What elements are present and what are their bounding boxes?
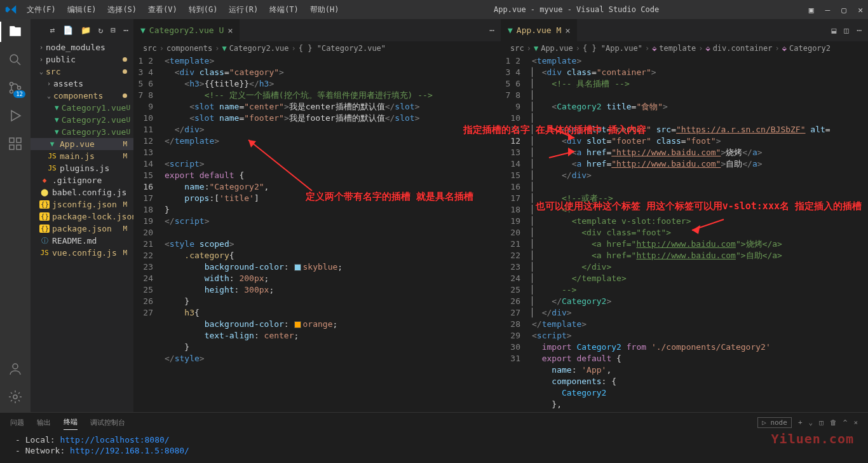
editor-left: ▼ Category2.vue U × ⋯ src› components› ▼…	[133, 19, 501, 412]
settings-icon[interactable]	[8, 389, 23, 404]
tree-file-pkg[interactable]: {}package.jsonM	[31, 223, 133, 235]
svg-rect-7	[17, 138, 21, 142]
panel-tab-problems[interactable]: 问题	[10, 415, 24, 430]
refresh-icon[interactable]: ↻	[98, 25, 104, 35]
editor-group: ▼ Category2.vue U × ⋯ src› components› ▼…	[133, 19, 868, 412]
menu-file[interactable]: 文件(F)	[22, 2, 61, 18]
svg-point-0	[10, 55, 18, 62]
more-icon[interactable]: ⋯	[123, 25, 128, 35]
close-icon[interactable]: ✕	[858, 5, 863, 15]
line-numbers: 1 2 3 4 5 6 7 8 9 10 11 12 13 14 15 16 1…	[501, 55, 532, 412]
line-numbers: 1 2 3 4 5 6 7 8 9 10 11 12 13 14 15 16 1…	[134, 55, 165, 412]
explorer-icon[interactable]	[8, 24, 23, 39]
menu-edit[interactable]: 编辑(E)	[62, 2, 102, 18]
maximize-panel-icon[interactable]: ^	[843, 418, 848, 427]
menu-run[interactable]: 运行(R)	[224, 2, 263, 18]
tree-folder-node-modules[interactable]: ›node_modules	[31, 41, 133, 53]
debug-icon[interactable]	[8, 108, 23, 123]
menu-selection[interactable]: 选择(S)	[102, 2, 142, 18]
tree-file-babel[interactable]: ⬤babel.config.js	[31, 186, 133, 198]
terminal-profile[interactable]: ▷ node	[757, 417, 792, 428]
svg-rect-5	[10, 145, 14, 149]
menu-go[interactable]: 转到(G)	[184, 2, 223, 18]
window-controls: ▣ — ▢ ✕	[809, 5, 863, 15]
code-content[interactable]: <template> <div class="category"> <h3>{{…	[165, 55, 501, 412]
tree-file-gitignore[interactable]: ◆.gitignore	[31, 174, 133, 186]
layout-icon[interactable]: ▣	[809, 5, 814, 15]
tree-folder-public[interactable]: ›public	[31, 53, 133, 66]
new-folder-icon[interactable]: 📁	[81, 25, 91, 35]
menu-help[interactable]: 帮助(H)	[305, 2, 344, 18]
menu-terminal[interactable]: 终端(T)	[264, 2, 304, 18]
source-control-icon[interactable]: 12	[8, 80, 23, 95]
close-icon[interactable]: ×	[565, 25, 570, 36]
close-panel-icon[interactable]: ×	[853, 418, 858, 427]
tree-file-main[interactable]: JSmain.jsM	[31, 150, 133, 162]
trash-icon[interactable]: 🗑	[830, 418, 837, 427]
svg-rect-6	[17, 145, 21, 149]
editor-right: ▼ App.vue M × ⬓ ◫ ⋯ src› ▼App.vue› { } "…	[501, 19, 868, 412]
tree-folder-assets[interactable]: ›assets	[31, 78, 133, 90]
panel-tab-output[interactable]: 输出	[37, 415, 51, 430]
tree-file-pkglock[interactable]: {}package-lock.jsonM	[31, 211, 133, 223]
new-terminal-icon[interactable]: +	[798, 418, 803, 427]
explorer-toolbar: ⇄ 📄 📁 ↻ ⊟ ⋯	[31, 19, 133, 41]
svg-point-2	[10, 90, 13, 93]
account-icon[interactable]	[8, 361, 23, 377]
split-icon[interactable]: ◫	[844, 25, 849, 35]
menu-view[interactable]: 查看(V)	[143, 2, 182, 18]
breadcrumbs-left[interactable]: src› components› ▼Category2.vue› { } "Ca…	[134, 41, 501, 55]
close-icon[interactable]: ×	[227, 25, 233, 36]
more-icon[interactable]: ⋯	[857, 25, 862, 35]
minimize-icon[interactable]: —	[825, 5, 831, 15]
menubar: 文件(F) 编辑(E) 选择(S) 查看(V) 转到(G) 运行(R) 终端(T…	[22, 2, 344, 18]
svg-rect-4	[10, 138, 14, 142]
file-tree: ›node_modules ›public ⌄src ›assets ⌄comp…	[31, 41, 133, 412]
tree-file-category1[interactable]: ▼Category1.vueU	[31, 102, 133, 114]
bottom-panel: 问题 输出 终端 调试控制台 ▷ node + ⌄ ◫ 🗑 ^ × - Loca…	[0, 412, 868, 463]
chevron-down-icon[interactable]: ⌄	[809, 418, 813, 427]
tree-file-plugins[interactable]: JSplugins.js	[31, 162, 133, 174]
terminal-output[interactable]: - Local: http://localhost:8080/ - Networ…	[0, 432, 868, 463]
maximize-icon[interactable]: ▢	[841, 5, 846, 15]
code-editor-left[interactable]: 1 2 3 4 5 6 7 8 9 10 11 12 13 14 15 16 1…	[134, 55, 501, 412]
svg-point-9	[13, 395, 17, 399]
tab-category2[interactable]: ▼ Category2.vue U ×	[134, 19, 240, 41]
breadcrumbs-right[interactable]: src› ▼App.vue› { } "App.vue"› ⬙template›…	[501, 41, 868, 55]
code-content[interactable]: <template> ▏ <div class="container"> ▏ <…	[532, 55, 868, 412]
search-icon[interactable]	[8, 52, 23, 67]
vscode-logo-icon	[5, 4, 17, 15]
tabs-right: ▼ App.vue M × ⬓ ◫ ⋯	[501, 19, 868, 41]
new-file-icon[interactable]: 📄	[63, 25, 73, 35]
toggle-icon[interactable]: ⇄	[50, 25, 55, 35]
tree-file-jsconfig[interactable]: {}jsconfig.jsonM	[31, 198, 133, 211]
tab-app[interactable]: ▼ App.vue M ×	[501, 19, 578, 41]
tabs-left: ▼ Category2.vue U × ⋯	[134, 19, 501, 41]
svg-point-8	[13, 364, 18, 369]
split-terminal-icon[interactable]: ◫	[819, 418, 824, 427]
tree-file-category2[interactable]: ▼Category2.vueU	[31, 114, 133, 126]
code-editor-right[interactable]: 1 2 3 4 5 6 7 8 9 10 11 12 13 14 15 16 1…	[501, 55, 868, 412]
more-icon[interactable]: ⋯	[489, 25, 494, 35]
titlebar: 文件(F) 编辑(E) 选择(S) 查看(V) 转到(G) 运行(R) 终端(T…	[0, 0, 868, 19]
panel-tab-terminal[interactable]: 终端	[64, 415, 78, 430]
svg-point-3	[18, 86, 21, 90]
tree-folder-src[interactable]: ⌄src	[31, 66, 133, 78]
tree-file-app[interactable]: ▼App.vueM	[31, 138, 133, 150]
explorer-sidebar: ⇄ 📄 📁 ↻ ⊟ ⋯ ›node_modules ›public ⌄src ›…	[31, 19, 133, 412]
scm-badge: 12	[13, 90, 25, 98]
tree-file-category3[interactable]: ▼Category3.vueU	[31, 126, 133, 138]
window-title: App.vue - myvue - Visual Studio Code	[344, 5, 809, 14]
extensions-icon[interactable]	[8, 136, 23, 151]
tree-file-vueconfig[interactable]: JSvue.config.jsM	[31, 247, 133, 259]
activitybar: 12	[0, 19, 31, 412]
tree-file-readme[interactable]: ⓘREADME.md	[31, 235, 133, 247]
tree-folder-components[interactable]: ⌄components	[31, 90, 133, 102]
svg-point-1	[10, 83, 13, 86]
panel-tab-debug[interactable]: 调试控制台	[90, 415, 125, 430]
panel-tabs: 问题 输出 终端 调试控制台 ▷ node + ⌄ ◫ 🗑 ^ ×	[0, 413, 868, 432]
compare-icon[interactable]: ⬓	[832, 25, 837, 35]
collapse-icon[interactable]: ⊟	[111, 25, 116, 35]
